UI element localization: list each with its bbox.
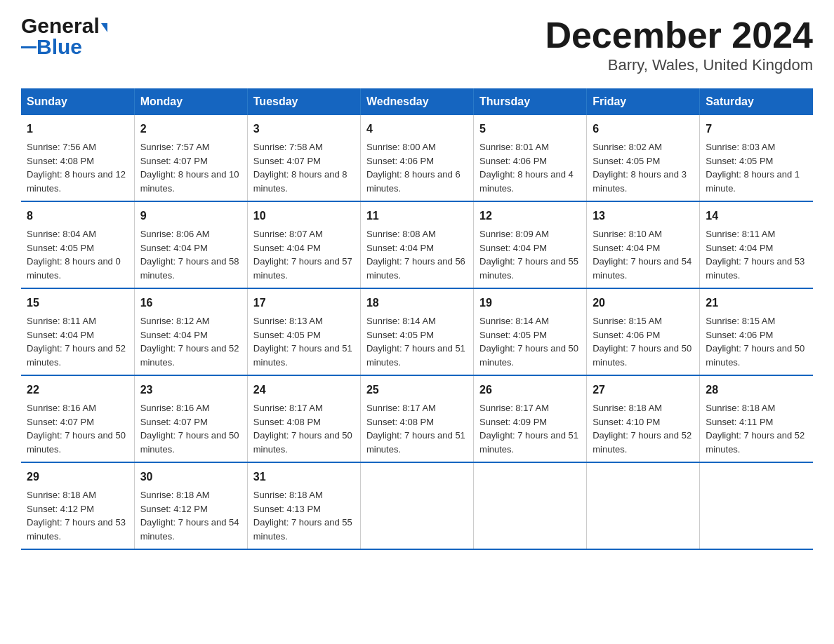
day-number: 31 [253,469,355,485]
table-row: 18Sunrise: 8:14 AMSunset: 4:05 PMDayligh… [360,288,473,375]
day-number: 24 [253,382,355,398]
day-sunset: Sunset: 4:09 PM [479,417,547,427]
day-sunrise: Sunrise: 8:03 AM [706,142,775,152]
day-sunrise: Sunrise: 8:02 AM [593,142,662,152]
table-row: 3Sunrise: 7:58 AMSunset: 4:07 PMDaylight… [247,115,360,201]
day-sunrise: Sunrise: 8:04 AM [27,229,96,239]
day-sunset: Sunset: 4:11 PM [706,417,773,427]
day-sunrise: Sunrise: 8:18 AM [27,490,96,500]
table-row: 19Sunrise: 8:14 AMSunset: 4:05 PMDayligh… [474,288,587,375]
day-sunset: Sunset: 4:07 PM [140,417,208,427]
table-row: 30Sunrise: 8:18 AMSunset: 4:12 PMDayligh… [134,462,247,549]
table-row: 25Sunrise: 8:17 AMSunset: 4:08 PMDayligh… [360,375,473,462]
day-sunrise: Sunrise: 8:00 AM [366,142,436,152]
day-sunrise: Sunrise: 8:11 AM [27,316,96,326]
col-wednesday: Wednesday [360,88,473,115]
day-sunset: Sunset: 4:08 PM [27,156,94,166]
col-friday: Friday [587,88,700,115]
day-sunset: Sunset: 4:04 PM [706,243,773,253]
table-row: 17Sunrise: 8:13 AMSunset: 4:05 PMDayligh… [247,288,360,375]
day-number: 6 [593,121,694,137]
day-number: 12 [479,208,581,224]
day-number: 1 [27,121,128,137]
table-row: 27Sunrise: 8:18 AMSunset: 4:10 PMDayligh… [587,375,700,462]
col-saturday: Saturday [700,88,813,115]
day-sunrise: Sunrise: 8:15 AM [593,316,662,326]
calendar-week-row: 1Sunrise: 7:56 AMSunset: 4:08 PMDaylight… [21,115,813,201]
day-sunrise: Sunrise: 8:12 AM [140,316,210,326]
table-row: 29Sunrise: 8:18 AMSunset: 4:12 PMDayligh… [21,462,134,549]
table-row: 7Sunrise: 8:03 AMSunset: 4:05 PMDaylight… [700,115,813,201]
day-sunset: Sunset: 4:05 PM [253,330,321,340]
day-number: 25 [366,382,468,398]
day-number: 27 [593,382,694,398]
day-daylight: Daylight: 8 hours and 8 minutes. [253,169,348,194]
day-number: 18 [366,295,468,311]
day-daylight: Daylight: 7 hours and 52 minutes. [140,343,239,368]
day-sunrise: Sunrise: 8:18 AM [140,490,210,500]
title-section: December 2024 Barry, Wales, United Kingd… [545,14,813,74]
day-sunrise: Sunrise: 8:07 AM [253,229,323,239]
table-row: 23Sunrise: 8:16 AMSunset: 4:07 PMDayligh… [134,375,247,462]
table-row: 4Sunrise: 8:00 AMSunset: 4:06 PMDaylight… [360,115,473,201]
day-sunset: Sunset: 4:07 PM [253,156,321,166]
table-row [474,462,587,549]
day-daylight: Daylight: 7 hours and 55 minutes. [253,517,352,542]
day-number: 23 [140,382,241,398]
table-row: 5Sunrise: 8:01 AMSunset: 4:06 PMDaylight… [474,115,587,201]
day-sunset: Sunset: 4:04 PM [140,243,208,253]
day-sunrise: Sunrise: 8:13 AM [253,316,323,326]
day-sunrise: Sunrise: 7:58 AM [253,142,323,152]
day-sunset: Sunset: 4:08 PM [366,417,434,427]
day-sunset: Sunset: 4:13 PM [253,504,321,514]
day-sunrise: Sunrise: 7:56 AM [27,142,96,152]
table-row: 14Sunrise: 8:11 AMSunset: 4:04 PMDayligh… [700,201,813,288]
day-daylight: Daylight: 8 hours and 3 minutes. [593,169,687,194]
day-sunrise: Sunrise: 8:14 AM [366,316,436,326]
day-daylight: Daylight: 7 hours and 50 minutes. [253,430,352,455]
table-row: 31Sunrise: 8:18 AMSunset: 4:13 PMDayligh… [247,462,360,549]
table-row: 10Sunrise: 8:07 AMSunset: 4:04 PMDayligh… [247,201,360,288]
table-row: 16Sunrise: 8:12 AMSunset: 4:04 PMDayligh… [134,288,247,375]
day-sunset: Sunset: 4:05 PM [593,156,660,166]
day-sunset: Sunset: 4:04 PM [27,330,94,340]
calendar-week-row: 15Sunrise: 8:11 AMSunset: 4:04 PMDayligh… [21,288,813,375]
day-number: 11 [366,208,468,224]
day-sunset: Sunset: 4:05 PM [479,330,547,340]
day-daylight: Daylight: 8 hours and 12 minutes. [27,169,126,194]
day-daylight: Daylight: 8 hours and 6 minutes. [366,169,461,194]
day-number: 20 [593,295,694,311]
day-number: 17 [253,295,355,311]
day-sunset: Sunset: 4:12 PM [27,504,94,514]
col-tuesday: Tuesday [247,88,360,115]
day-daylight: Daylight: 7 hours and 56 minutes. [366,256,465,281]
day-daylight: Daylight: 7 hours and 50 minutes. [479,343,578,368]
col-thursday: Thursday [474,88,587,115]
day-number: 15 [27,295,128,311]
day-daylight: Daylight: 7 hours and 50 minutes. [706,343,805,368]
col-monday: Monday [134,88,247,115]
day-daylight: Daylight: 8 hours and 10 minutes. [140,169,239,194]
day-daylight: Daylight: 7 hours and 51 minutes. [366,430,465,455]
logo-blue: Blue [37,35,82,59]
day-number: 5 [479,121,581,137]
day-number: 10 [253,208,355,224]
day-daylight: Daylight: 7 hours and 52 minutes. [27,343,126,368]
day-number: 19 [479,295,581,311]
day-sunset: Sunset: 4:06 PM [593,330,660,340]
day-number: 16 [140,295,241,311]
day-sunrise: Sunrise: 8:14 AM [479,316,549,326]
calendar-week-row: 22Sunrise: 8:16 AMSunset: 4:07 PMDayligh… [21,375,813,462]
day-sunset: Sunset: 4:10 PM [593,417,660,427]
day-number: 26 [479,382,581,398]
table-row [700,462,813,549]
day-number: 13 [593,208,694,224]
table-row: 13Sunrise: 8:10 AMSunset: 4:04 PMDayligh… [587,201,700,288]
day-daylight: Daylight: 7 hours and 50 minutes. [593,343,691,368]
day-number: 2 [140,121,241,137]
table-row: 12Sunrise: 8:09 AMSunset: 4:04 PMDayligh… [474,201,587,288]
day-sunset: Sunset: 4:04 PM [253,243,321,253]
calendar-week-row: 8Sunrise: 8:04 AMSunset: 4:05 PMDaylight… [21,201,813,288]
table-row: 11Sunrise: 8:08 AMSunset: 4:04 PMDayligh… [360,201,473,288]
day-sunset: Sunset: 4:06 PM [479,156,547,166]
